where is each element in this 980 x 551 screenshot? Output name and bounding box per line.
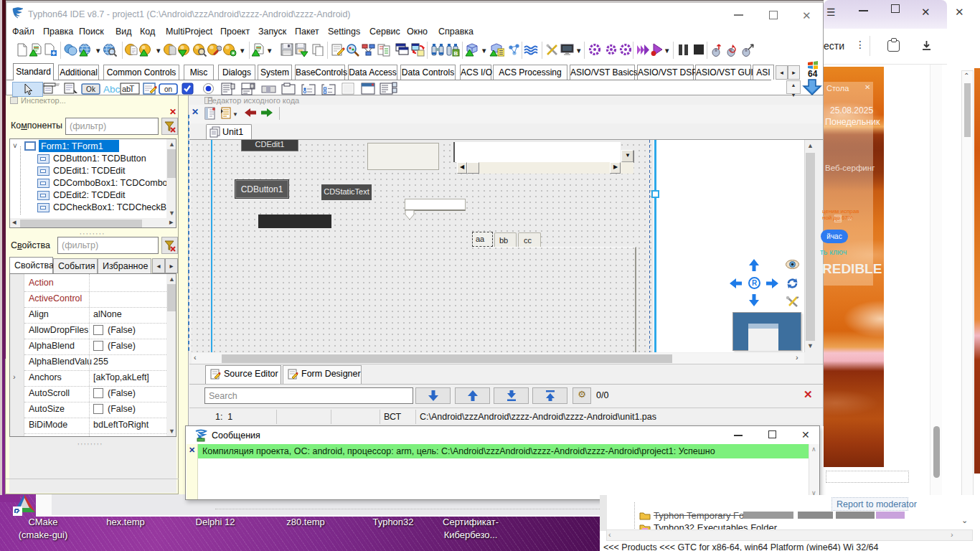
svg-text:abI̅: abI̅ [122, 85, 135, 93]
svg-text:Abc: Abc [103, 84, 121, 95]
svg-text:B: B [454, 50, 458, 57]
svg-text:Ok: Ok [86, 85, 96, 93]
svg-text:on: on [164, 85, 172, 93]
svg-text:R: R [752, 279, 758, 287]
